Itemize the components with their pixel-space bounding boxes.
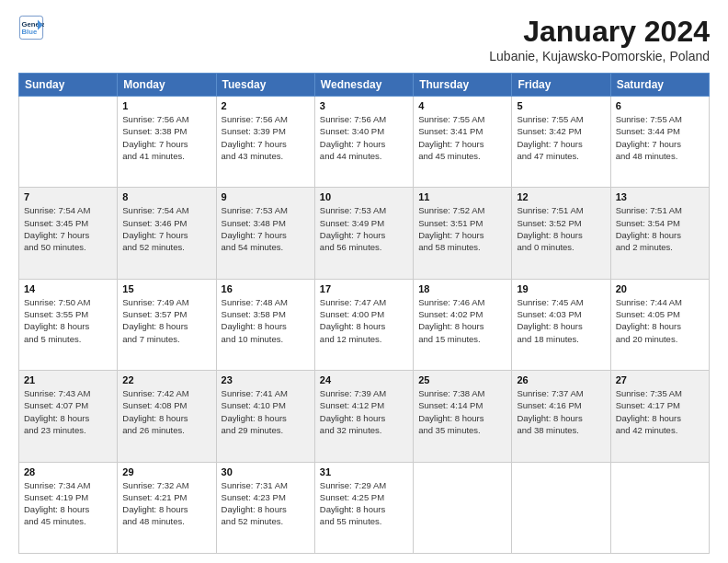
day-info: Sunrise: 7:42 AMSunset: 4:08 PMDaylight:… [122,387,210,436]
month-title: January 2024 [489,15,710,49]
weekday-header-wednesday: Wednesday [314,74,413,97]
day-cell: 15Sunrise: 7:49 AMSunset: 3:57 PMDayligh… [118,279,216,370]
day-info: Sunrise: 7:56 AMSunset: 3:40 PMDaylight:… [320,113,408,162]
week-row-3: 21Sunrise: 7:43 AMSunset: 4:07 PMDayligh… [19,371,710,462]
day-info: Sunrise: 7:32 AMSunset: 4:21 PMDaylight:… [122,479,210,528]
day-info: Sunrise: 7:45 AMSunset: 4:03 PMDaylight:… [517,296,605,345]
day-cell: 10Sunrise: 7:53 AMSunset: 3:49 PMDayligh… [314,188,413,279]
weekday-header-monday: Monday [118,74,216,97]
day-number: 11 [418,191,506,202]
day-number: 7 [24,191,112,202]
day-number: 12 [517,191,605,202]
day-cell: 26Sunrise: 7:37 AMSunset: 4:16 PMDayligh… [512,371,610,462]
day-number: 10 [320,191,408,202]
day-info: Sunrise: 7:31 AMSunset: 4:23 PMDaylight:… [222,479,310,528]
weekday-header-row: SundayMondayTuesdayWednesdayThursdayFrid… [19,74,710,97]
day-cell: 13Sunrise: 7:51 AMSunset: 3:54 PMDayligh… [610,188,709,279]
day-info: Sunrise: 7:38 AMSunset: 4:14 PMDaylight:… [418,387,506,436]
day-cell [610,462,709,553]
day-info: Sunrise: 7:51 AMSunset: 3:52 PMDaylight:… [517,204,605,253]
day-info: Sunrise: 7:52 AMSunset: 3:51 PMDaylight:… [418,204,506,253]
day-info: Sunrise: 7:54 AMSunset: 3:45 PMDaylight:… [24,204,112,253]
day-cell: 12Sunrise: 7:51 AMSunset: 3:52 PMDayligh… [512,188,610,279]
day-number: 27 [616,374,704,385]
weekday-header-saturday: Saturday [610,74,709,97]
day-info: Sunrise: 7:55 AMSunset: 3:41 PMDaylight:… [418,113,506,162]
day-number: 20 [616,283,704,294]
day-info: Sunrise: 7:53 AMSunset: 3:49 PMDaylight:… [320,204,408,253]
day-cell: 30Sunrise: 7:31 AMSunset: 4:23 PMDayligh… [216,462,314,553]
day-cell: 17Sunrise: 7:47 AMSunset: 4:00 PMDayligh… [314,279,413,370]
logo-icon: General Blue [18,15,44,40]
day-number: 8 [122,191,210,202]
day-cell: 3Sunrise: 7:56 AMSunset: 3:40 PMDaylight… [314,97,413,188]
day-info: Sunrise: 7:55 AMSunset: 3:44 PMDaylight:… [616,113,704,162]
day-number: 28 [24,466,112,477]
day-number: 31 [320,466,408,477]
logo: General Blue [18,15,44,40]
day-info: Sunrise: 7:46 AMSunset: 4:02 PMDaylight:… [418,296,506,345]
day-cell: 18Sunrise: 7:46 AMSunset: 4:02 PMDayligh… [414,279,512,370]
week-row-2: 14Sunrise: 7:50 AMSunset: 3:55 PMDayligh… [19,279,710,370]
day-number: 24 [320,374,408,385]
title-area: January 2024 Lubanie, Kujawsko-Pomorskie… [489,15,710,63]
day-cell: 19Sunrise: 7:45 AMSunset: 4:03 PMDayligh… [512,279,610,370]
day-cell: 5Sunrise: 7:55 AMSunset: 3:42 PMDaylight… [512,97,610,188]
day-info: Sunrise: 7:39 AMSunset: 4:12 PMDaylight:… [320,387,408,436]
day-number: 16 [222,283,310,294]
day-number: 19 [517,283,605,294]
day-number: 3 [320,100,408,111]
svg-text:Blue: Blue [22,28,38,36]
day-cell [414,462,512,553]
day-number: 18 [418,283,506,294]
week-row-4: 28Sunrise: 7:34 AMSunset: 4:19 PMDayligh… [19,462,710,553]
location: Lubanie, Kujawsko-Pomorskie, Poland [489,49,710,63]
day-info: Sunrise: 7:37 AMSunset: 4:16 PMDaylight:… [517,387,605,436]
day-cell: 24Sunrise: 7:39 AMSunset: 4:12 PMDayligh… [314,371,413,462]
day-cell: 16Sunrise: 7:48 AMSunset: 3:58 PMDayligh… [216,279,314,370]
day-number: 14 [24,283,112,294]
day-info: Sunrise: 7:56 AMSunset: 3:39 PMDaylight:… [222,113,310,162]
day-number: 26 [517,374,605,385]
day-info: Sunrise: 7:56 AMSunset: 3:38 PMDaylight:… [122,113,210,162]
weekday-header-tuesday: Tuesday [216,74,314,97]
day-number: 30 [222,466,310,477]
day-info: Sunrise: 7:49 AMSunset: 3:57 PMDaylight:… [122,296,210,345]
day-cell: 6Sunrise: 7:55 AMSunset: 3:44 PMDaylight… [610,97,709,188]
day-number: 23 [222,374,310,385]
day-number: 29 [122,466,210,477]
day-cell: 21Sunrise: 7:43 AMSunset: 4:07 PMDayligh… [19,371,118,462]
day-info: Sunrise: 7:41 AMSunset: 4:10 PMDaylight:… [222,387,310,436]
day-number: 1 [122,100,210,111]
day-cell: 9Sunrise: 7:53 AMSunset: 3:48 PMDaylight… [216,188,314,279]
day-info: Sunrise: 7:44 AMSunset: 4:05 PMDaylight:… [616,296,704,345]
day-info: Sunrise: 7:34 AMSunset: 4:19 PMDaylight:… [24,479,112,528]
day-cell: 11Sunrise: 7:52 AMSunset: 3:51 PMDayligh… [414,188,512,279]
day-cell: 7Sunrise: 7:54 AMSunset: 3:45 PMDaylight… [19,188,118,279]
day-info: Sunrise: 7:53 AMSunset: 3:48 PMDaylight:… [222,204,310,253]
day-number: 17 [320,283,408,294]
day-info: Sunrise: 7:43 AMSunset: 4:07 PMDaylight:… [24,387,112,436]
day-info: Sunrise: 7:55 AMSunset: 3:42 PMDaylight:… [517,113,605,162]
page: General Blue January 2024 Lubanie, Kujaw… [0,0,728,563]
day-cell: 14Sunrise: 7:50 AMSunset: 3:55 PMDayligh… [19,279,118,370]
weekday-header-sunday: Sunday [19,74,118,97]
day-info: Sunrise: 7:54 AMSunset: 3:46 PMDaylight:… [122,204,210,253]
day-number: 4 [418,100,506,111]
day-number: 21 [24,374,112,385]
calendar-table: SundayMondayTuesdayWednesdayThursdayFrid… [18,73,710,554]
day-number: 2 [222,100,310,111]
day-cell: 25Sunrise: 7:38 AMSunset: 4:14 PMDayligh… [414,371,512,462]
day-cell: 8Sunrise: 7:54 AMSunset: 3:46 PMDaylight… [118,188,216,279]
day-number: 5 [517,100,605,111]
week-row-0: 1Sunrise: 7:56 AMSunset: 3:38 PMDaylight… [19,97,710,188]
day-info: Sunrise: 7:50 AMSunset: 3:55 PMDaylight:… [24,296,112,345]
week-row-1: 7Sunrise: 7:54 AMSunset: 3:45 PMDaylight… [19,188,710,279]
day-cell: 29Sunrise: 7:32 AMSunset: 4:21 PMDayligh… [118,462,216,553]
day-info: Sunrise: 7:48 AMSunset: 3:58 PMDaylight:… [222,296,310,345]
day-info: Sunrise: 7:47 AMSunset: 4:00 PMDaylight:… [320,296,408,345]
day-cell: 2Sunrise: 7:56 AMSunset: 3:39 PMDaylight… [216,97,314,188]
day-info: Sunrise: 7:51 AMSunset: 3:54 PMDaylight:… [616,204,704,253]
day-cell: 28Sunrise: 7:34 AMSunset: 4:19 PMDayligh… [19,462,118,553]
day-info: Sunrise: 7:35 AMSunset: 4:17 PMDaylight:… [616,387,704,436]
